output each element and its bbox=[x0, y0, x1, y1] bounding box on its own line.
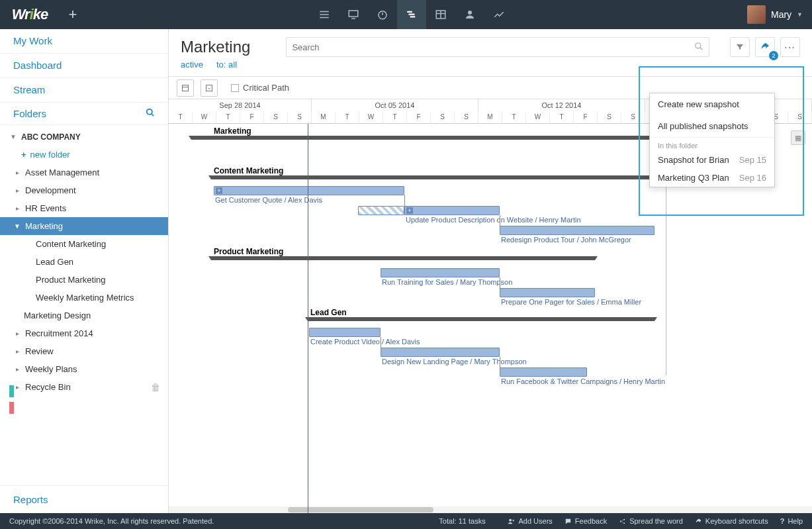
tree-review[interactable]: ▸Review bbox=[0, 342, 168, 360]
tree-hr-events[interactable]: ▸HR Events bbox=[0, 199, 168, 217]
more-button[interactable]: ··· bbox=[780, 37, 800, 57]
task-bar[interactable] bbox=[358, 206, 404, 215]
logo[interactable]: Wrike bbox=[0, 6, 60, 23]
all-snapshots[interactable]: All published snapshots bbox=[650, 115, 774, 137]
svg-point-25 bbox=[623, 518, 625, 520]
shortcuts-link[interactable]: Keyboard shortcuts bbox=[695, 517, 768, 525]
day-cell: S bbox=[598, 111, 621, 123]
task-bar[interactable] bbox=[381, 268, 500, 277]
chevron-down-icon: ▼ bbox=[797, 11, 803, 18]
task-bar[interactable] bbox=[500, 288, 595, 297]
search-icon[interactable] bbox=[694, 42, 703, 53]
filter-active[interactable]: active bbox=[181, 60, 203, 70]
add-button[interactable]: + bbox=[60, 0, 86, 29]
task-expand-icon[interactable]: + bbox=[406, 207, 413, 214]
nav-reports[interactable]: Reports bbox=[0, 485, 168, 513]
view-list-icon[interactable] bbox=[310, 0, 339, 29]
svg-rect-2 bbox=[320, 17, 330, 19]
task-label: Create Product Video / Alex Davis bbox=[310, 338, 420, 346]
task-label: Get Customer Quote / Alex Davis bbox=[215, 196, 322, 204]
group-lead-gen[interactable]: Lead Gen bbox=[310, 308, 347, 317]
view-user-icon[interactable] bbox=[455, 0, 484, 29]
tree-product-marketing[interactable]: Product Marketing bbox=[0, 271, 168, 289]
tree-new-folder[interactable]: +new folder bbox=[0, 146, 168, 164]
collapse-all-button[interactable] bbox=[201, 79, 218, 97]
expand-all-button[interactable] bbox=[177, 79, 194, 97]
tree-recycle-bin[interactable]: ▸Recycle Bin🗑 bbox=[0, 378, 168, 396]
svg-rect-18 bbox=[183, 85, 189, 91]
tree-recruitment[interactable]: ▸Recruitment 2014 bbox=[0, 324, 168, 342]
minimap-toggle[interactable]: ▦ bbox=[791, 130, 805, 145]
task-bar[interactable] bbox=[500, 367, 587, 377]
dropdown-section-label: In this folder bbox=[650, 137, 774, 151]
view-analytics-icon[interactable] bbox=[484, 0, 514, 29]
content: Marketing 2 ··· active to: all bbox=[169, 29, 812, 513]
checkbox[interactable] bbox=[231, 84, 239, 92]
view-monitor-icon[interactable] bbox=[339, 0, 368, 29]
tree-marketing[interactable]: ▼Marketing bbox=[0, 217, 168, 235]
day-cell: S bbox=[621, 111, 645, 123]
group-marketing[interactable]: Marketing bbox=[214, 126, 251, 136]
view-table-icon[interactable] bbox=[426, 0, 455, 29]
svg-rect-8 bbox=[409, 14, 415, 15]
tree-company[interactable]: ▼ABC COMPANY bbox=[0, 128, 168, 146]
tree-weekly-metrics[interactable]: Weekly Marketing Metrics bbox=[0, 289, 168, 307]
task-label: Design New Landing Page / Mary Thompson bbox=[382, 358, 527, 365]
svg-rect-0 bbox=[320, 11, 330, 13]
day-cell: S bbox=[455, 111, 478, 123]
nav-my-work[interactable]: My Work bbox=[0, 29, 168, 54]
tree-marketing-design[interactable]: Marketing Design bbox=[0, 307, 168, 324]
nav-stream[interactable]: Stream bbox=[0, 78, 168, 103]
topbar: Wrike + Mary ▼ bbox=[0, 0, 812, 29]
tree-weekly-plans[interactable]: ▸Weekly Plans bbox=[0, 360, 168, 378]
view-timer-icon[interactable] bbox=[368, 0, 397, 29]
week-label: Oct 12 2014 bbox=[478, 99, 645, 111]
day-cell: S bbox=[288, 111, 312, 123]
day-cell: S bbox=[788, 111, 812, 123]
add-users-link[interactable]: Add Users bbox=[508, 517, 552, 525]
group-product-marketing[interactable]: Product Marketing bbox=[214, 247, 283, 256]
task-bar[interactable] bbox=[309, 328, 381, 337]
user-menu[interactable]: Mary ▼ bbox=[738, 5, 812, 24]
week-label: Oct 05 2014 bbox=[312, 99, 478, 111]
day-cell: T bbox=[169, 111, 193, 123]
task-bar[interactable] bbox=[500, 226, 654, 235]
tree-development[interactable]: ▸Development bbox=[0, 181, 168, 199]
folder-tree: ▼ABC COMPANY +new folder ▸Asset Manageme… bbox=[0, 125, 168, 485]
share-button[interactable]: 2 bbox=[755, 37, 775, 57]
tree-asset-management[interactable]: ▸Asset Management bbox=[0, 164, 168, 181]
view-gantt-icon[interactable] bbox=[397, 0, 426, 29]
search-input[interactable] bbox=[292, 42, 694, 52]
nav-dashboard[interactable]: Dashboard bbox=[0, 54, 168, 78]
nav-folders[interactable]: Folders bbox=[0, 103, 168, 125]
horizontal-scrollbar[interactable] bbox=[169, 506, 812, 513]
group-bar[interactable] bbox=[308, 317, 654, 321]
spread-link[interactable]: Spread the word bbox=[619, 517, 683, 525]
group-content-marketing[interactable]: Content Marketing bbox=[214, 166, 283, 175]
filter-to[interactable]: to: all bbox=[216, 60, 237, 70]
task-bar[interactable]: + bbox=[404, 206, 500, 215]
day-cell: F bbox=[407, 111, 431, 123]
tree-lead-gen[interactable]: Lead Gen bbox=[0, 253, 168, 271]
group-bar[interactable] bbox=[211, 175, 654, 179]
day-cell: S bbox=[431, 111, 455, 123]
snapshot-item[interactable]: Marketing Q3 PlanSep 16 bbox=[650, 169, 774, 187]
group-bar[interactable] bbox=[191, 136, 654, 140]
group-bar[interactable] bbox=[211, 256, 595, 260]
day-cell: M bbox=[312, 111, 336, 123]
scrollbar-thumb[interactable] bbox=[288, 507, 433, 512]
feedback-link[interactable]: Feedback bbox=[564, 517, 607, 525]
task-expand-icon[interactable]: + bbox=[216, 187, 222, 194]
help-link[interactable]: ?Help bbox=[780, 517, 803, 525]
search-box[interactable] bbox=[286, 37, 709, 57]
create-snapshot[interactable]: Create new snapshot bbox=[650, 93, 774, 115]
tree-content-marketing[interactable]: Content Marketing bbox=[0, 235, 168, 253]
critical-path-toggle[interactable]: Critical Path bbox=[231, 83, 289, 93]
task-bar[interactable]: + bbox=[214, 186, 404, 195]
trash-icon[interactable]: 🗑 bbox=[151, 382, 160, 393]
day-cell: T bbox=[383, 111, 407, 123]
filter-button[interactable] bbox=[730, 37, 750, 57]
snapshot-item[interactable]: Snapshot for BrianSep 15 bbox=[650, 151, 774, 169]
task-bar[interactable] bbox=[381, 348, 500, 357]
search-folders-icon[interactable] bbox=[146, 108, 155, 119]
